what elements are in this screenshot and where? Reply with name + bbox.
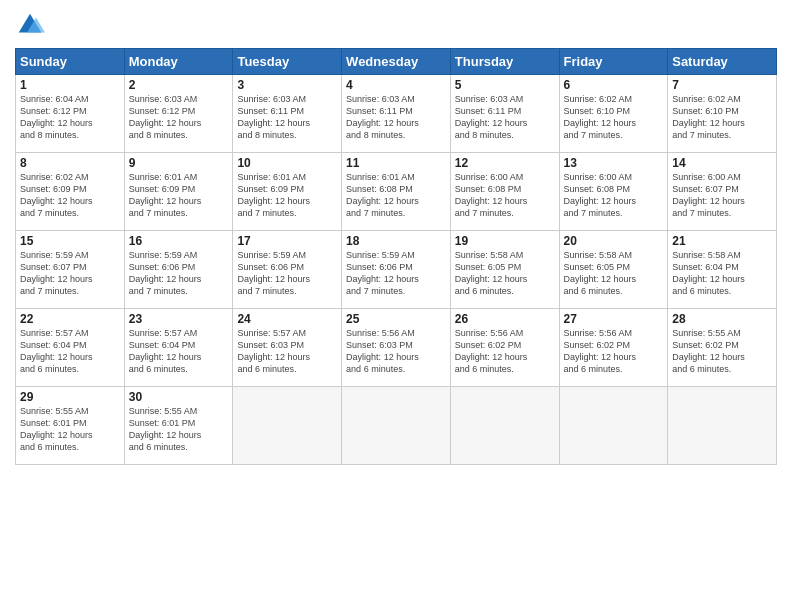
calendar-day-cell: [450, 387, 559, 465]
day-number: 1: [20, 78, 120, 92]
day-info: Sunrise: 6:00 AM Sunset: 6:07 PM Dayligh…: [672, 171, 772, 220]
calendar-week-row: 8Sunrise: 6:02 AM Sunset: 6:09 PM Daylig…: [16, 153, 777, 231]
day-number: 23: [129, 312, 229, 326]
calendar-day-cell: 30Sunrise: 5:55 AM Sunset: 6:01 PM Dayli…: [124, 387, 233, 465]
day-number: 25: [346, 312, 446, 326]
calendar-day-cell: 20Sunrise: 5:58 AM Sunset: 6:05 PM Dayli…: [559, 231, 668, 309]
calendar-day-cell: 5Sunrise: 6:03 AM Sunset: 6:11 PM Daylig…: [450, 75, 559, 153]
calendar-week-row: 22Sunrise: 5:57 AM Sunset: 6:04 PM Dayli…: [16, 309, 777, 387]
day-number: 27: [564, 312, 664, 326]
day-info: Sunrise: 6:01 AM Sunset: 6:08 PM Dayligh…: [346, 171, 446, 220]
day-info: Sunrise: 5:56 AM Sunset: 6:03 PM Dayligh…: [346, 327, 446, 376]
day-info: Sunrise: 6:00 AM Sunset: 6:08 PM Dayligh…: [564, 171, 664, 220]
day-info: Sunrise: 5:59 AM Sunset: 6:06 PM Dayligh…: [346, 249, 446, 298]
day-number: 11: [346, 156, 446, 170]
header: [15, 10, 777, 40]
day-number: 13: [564, 156, 664, 170]
day-number: 2: [129, 78, 229, 92]
day-info: Sunrise: 5:55 AM Sunset: 6:02 PM Dayligh…: [672, 327, 772, 376]
day-number: 8: [20, 156, 120, 170]
calendar-table: SundayMondayTuesdayWednesdayThursdayFrid…: [15, 48, 777, 465]
day-number: 7: [672, 78, 772, 92]
day-number: 19: [455, 234, 555, 248]
day-info: Sunrise: 6:03 AM Sunset: 6:11 PM Dayligh…: [237, 93, 337, 142]
day-info: Sunrise: 6:02 AM Sunset: 6:10 PM Dayligh…: [564, 93, 664, 142]
day-info: Sunrise: 5:57 AM Sunset: 6:04 PM Dayligh…: [20, 327, 120, 376]
day-number: 3: [237, 78, 337, 92]
day-info: Sunrise: 5:55 AM Sunset: 6:01 PM Dayligh…: [129, 405, 229, 454]
day-info: Sunrise: 6:03 AM Sunset: 6:11 PM Dayligh…: [455, 93, 555, 142]
day-number: 15: [20, 234, 120, 248]
day-number: 16: [129, 234, 229, 248]
calendar-day-cell: 7Sunrise: 6:02 AM Sunset: 6:10 PM Daylig…: [668, 75, 777, 153]
day-number: 20: [564, 234, 664, 248]
calendar-day-cell: 15Sunrise: 5:59 AM Sunset: 6:07 PM Dayli…: [16, 231, 125, 309]
day-info: Sunrise: 6:01 AM Sunset: 6:09 PM Dayligh…: [237, 171, 337, 220]
day-info: Sunrise: 5:56 AM Sunset: 6:02 PM Dayligh…: [455, 327, 555, 376]
calendar-day-cell: 28Sunrise: 5:55 AM Sunset: 6:02 PM Dayli…: [668, 309, 777, 387]
page: SundayMondayTuesdayWednesdayThursdayFrid…: [0, 0, 792, 612]
day-number: 4: [346, 78, 446, 92]
calendar-day-cell: [668, 387, 777, 465]
calendar-day-cell: 6Sunrise: 6:02 AM Sunset: 6:10 PM Daylig…: [559, 75, 668, 153]
day-info: Sunrise: 5:56 AM Sunset: 6:02 PM Dayligh…: [564, 327, 664, 376]
calendar-header-saturday: Saturday: [668, 49, 777, 75]
day-info: Sunrise: 5:58 AM Sunset: 6:05 PM Dayligh…: [564, 249, 664, 298]
calendar-header-friday: Friday: [559, 49, 668, 75]
day-info: Sunrise: 6:02 AM Sunset: 6:09 PM Dayligh…: [20, 171, 120, 220]
calendar-header-sunday: Sunday: [16, 49, 125, 75]
calendar-day-cell: 27Sunrise: 5:56 AM Sunset: 6:02 PM Dayli…: [559, 309, 668, 387]
day-info: Sunrise: 6:00 AM Sunset: 6:08 PM Dayligh…: [455, 171, 555, 220]
calendar-day-cell: 26Sunrise: 5:56 AM Sunset: 6:02 PM Dayli…: [450, 309, 559, 387]
calendar-week-row: 29Sunrise: 5:55 AM Sunset: 6:01 PM Dayli…: [16, 387, 777, 465]
day-number: 9: [129, 156, 229, 170]
day-number: 26: [455, 312, 555, 326]
calendar-day-cell: 14Sunrise: 6:00 AM Sunset: 6:07 PM Dayli…: [668, 153, 777, 231]
calendar-week-row: 1Sunrise: 6:04 AM Sunset: 6:12 PM Daylig…: [16, 75, 777, 153]
day-info: Sunrise: 6:01 AM Sunset: 6:09 PM Dayligh…: [129, 171, 229, 220]
day-info: Sunrise: 5:58 AM Sunset: 6:04 PM Dayligh…: [672, 249, 772, 298]
calendar-day-cell: 4Sunrise: 6:03 AM Sunset: 6:11 PM Daylig…: [342, 75, 451, 153]
day-info: Sunrise: 6:02 AM Sunset: 6:10 PM Dayligh…: [672, 93, 772, 142]
day-info: Sunrise: 5:57 AM Sunset: 6:04 PM Dayligh…: [129, 327, 229, 376]
day-number: 30: [129, 390, 229, 404]
day-info: Sunrise: 5:57 AM Sunset: 6:03 PM Dayligh…: [237, 327, 337, 376]
calendar-day-cell: 9Sunrise: 6:01 AM Sunset: 6:09 PM Daylig…: [124, 153, 233, 231]
calendar-day-cell: 21Sunrise: 5:58 AM Sunset: 6:04 PM Dayli…: [668, 231, 777, 309]
day-number: 5: [455, 78, 555, 92]
calendar-header-thursday: Thursday: [450, 49, 559, 75]
calendar-day-cell: 2Sunrise: 6:03 AM Sunset: 6:12 PM Daylig…: [124, 75, 233, 153]
day-number: 12: [455, 156, 555, 170]
logo: [15, 10, 49, 40]
calendar-body: 1Sunrise: 6:04 AM Sunset: 6:12 PM Daylig…: [16, 75, 777, 465]
calendar-day-cell: 29Sunrise: 5:55 AM Sunset: 6:01 PM Dayli…: [16, 387, 125, 465]
logo-icon: [15, 10, 45, 40]
calendar-day-cell: 17Sunrise: 5:59 AM Sunset: 6:06 PM Dayli…: [233, 231, 342, 309]
day-number: 29: [20, 390, 120, 404]
day-info: Sunrise: 6:03 AM Sunset: 6:12 PM Dayligh…: [129, 93, 229, 142]
day-number: 6: [564, 78, 664, 92]
day-number: 10: [237, 156, 337, 170]
day-info: Sunrise: 5:59 AM Sunset: 6:07 PM Dayligh…: [20, 249, 120, 298]
calendar-day-cell: 22Sunrise: 5:57 AM Sunset: 6:04 PM Dayli…: [16, 309, 125, 387]
calendar-day-cell: [342, 387, 451, 465]
calendar-week-row: 15Sunrise: 5:59 AM Sunset: 6:07 PM Dayli…: [16, 231, 777, 309]
calendar-day-cell: 16Sunrise: 5:59 AM Sunset: 6:06 PM Dayli…: [124, 231, 233, 309]
day-number: 22: [20, 312, 120, 326]
day-number: 21: [672, 234, 772, 248]
calendar-header-row: SundayMondayTuesdayWednesdayThursdayFrid…: [16, 49, 777, 75]
calendar-day-cell: 10Sunrise: 6:01 AM Sunset: 6:09 PM Dayli…: [233, 153, 342, 231]
calendar-day-cell: 3Sunrise: 6:03 AM Sunset: 6:11 PM Daylig…: [233, 75, 342, 153]
day-info: Sunrise: 6:03 AM Sunset: 6:11 PM Dayligh…: [346, 93, 446, 142]
day-number: 18: [346, 234, 446, 248]
day-number: 14: [672, 156, 772, 170]
calendar-day-cell: 23Sunrise: 5:57 AM Sunset: 6:04 PM Dayli…: [124, 309, 233, 387]
day-number: 24: [237, 312, 337, 326]
calendar-day-cell: 1Sunrise: 6:04 AM Sunset: 6:12 PM Daylig…: [16, 75, 125, 153]
day-number: 28: [672, 312, 772, 326]
day-info: Sunrise: 5:58 AM Sunset: 6:05 PM Dayligh…: [455, 249, 555, 298]
calendar-day-cell: 18Sunrise: 5:59 AM Sunset: 6:06 PM Dayli…: [342, 231, 451, 309]
calendar-day-cell: 11Sunrise: 6:01 AM Sunset: 6:08 PM Dayli…: [342, 153, 451, 231]
calendar-day-cell: [233, 387, 342, 465]
day-info: Sunrise: 5:55 AM Sunset: 6:01 PM Dayligh…: [20, 405, 120, 454]
